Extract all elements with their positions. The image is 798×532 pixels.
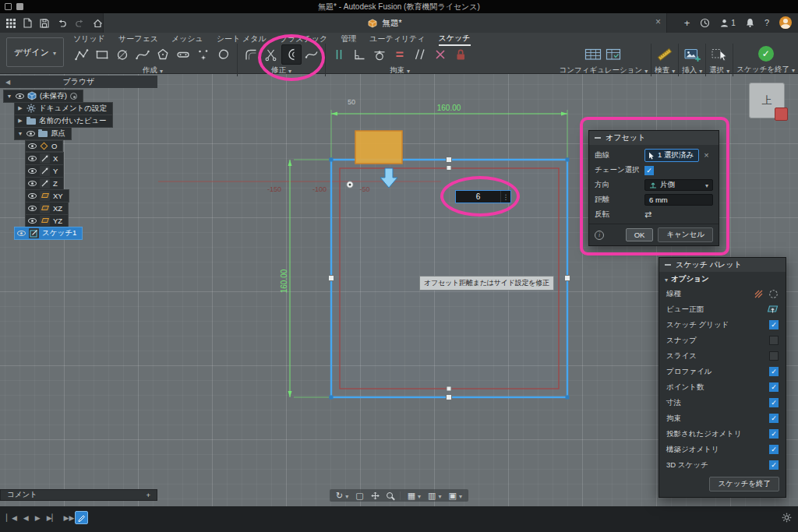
display-settings-icon[interactable] bbox=[408, 491, 415, 501]
perpendicular-constraint-icon[interactable] bbox=[349, 44, 369, 65]
tree-row-xy-plane[interactable]: XY bbox=[3, 189, 157, 202]
tree-row-y-axis[interactable]: Y bbox=[3, 164, 157, 177]
curves-selection-chip[interactable]: 1 選択済み bbox=[644, 149, 699, 162]
look-at-icon[interactable] bbox=[355, 491, 363, 501]
user-avatar[interactable] bbox=[779, 16, 792, 29]
constraints-section-label[interactable]: 拘束 bbox=[390, 65, 410, 75]
viewports-icon[interactable] bbox=[449, 491, 457, 501]
configuration-table-icon[interactable] bbox=[583, 44, 603, 65]
grid-settings-icon[interactable] bbox=[428, 491, 436, 501]
vertical-constraint-icon[interactable] bbox=[329, 44, 349, 65]
offset-dialog-header[interactable]: オフセット bbox=[589, 131, 719, 145]
visibility-eye-icon[interactable] bbox=[28, 218, 37, 224]
finish-sketch-label[interactable]: スケッチを終了 bbox=[736, 65, 795, 74]
polygon-tool-icon[interactable] bbox=[153, 44, 173, 65]
finish-sketch-icon[interactable] bbox=[758, 46, 774, 62]
collapse-icon[interactable] bbox=[665, 264, 671, 266]
parallel-constraint-icon[interactable] bbox=[410, 44, 430, 65]
visibility-eye-icon[interactable] bbox=[28, 206, 37, 211]
step-back-icon[interactable] bbox=[23, 514, 29, 522]
spline-tool-icon[interactable] bbox=[132, 44, 153, 65]
input-options-icon[interactable] bbox=[500, 191, 510, 203]
extend-tool-icon[interactable] bbox=[302, 44, 322, 65]
tab-plastic[interactable]: プラスチック bbox=[280, 33, 327, 44]
orbit-icon[interactable] bbox=[336, 491, 343, 501]
go-to-start-icon[interactable] bbox=[6, 514, 17, 522]
tree-row-named-views[interactable]: 名前の付いたビュー bbox=[3, 115, 157, 127]
sketch-palette-header[interactable]: スケッチ パレット bbox=[659, 258, 786, 272]
timeline-settings-gear[interactable] bbox=[782, 513, 792, 523]
insert-section-label[interactable]: 挿入 bbox=[682, 65, 702, 75]
go-to-end-icon[interactable] bbox=[64, 514, 75, 522]
symmetry-constraint-icon[interactable] bbox=[430, 44, 450, 65]
visibility-eye-icon[interactable] bbox=[16, 93, 24, 99]
cancel-button[interactable]: キャンセル bbox=[658, 227, 713, 242]
linetype-normal-icon[interactable] bbox=[754, 289, 764, 299]
document-tab[interactable]: 無題* bbox=[103, 13, 667, 33]
app-grid-icon[interactable] bbox=[6, 19, 16, 28]
orange-profile-patch[interactable] bbox=[355, 131, 402, 164]
line-tool-icon[interactable] bbox=[72, 44, 92, 65]
insert-image-icon[interactable] bbox=[682, 44, 702, 65]
offset-distance-value[interactable]: 6 bbox=[456, 192, 500, 201]
equal-constraint-icon[interactable] bbox=[390, 44, 410, 65]
chain-selection-checkbox[interactable] bbox=[644, 166, 654, 175]
trim-tool-icon[interactable] bbox=[261, 44, 281, 65]
new-document-icon[interactable] bbox=[23, 18, 32, 28]
zoom-icon[interactable] bbox=[387, 492, 393, 499]
point-tool-icon[interactable] bbox=[193, 44, 214, 65]
look-at-icon[interactable] bbox=[767, 305, 779, 314]
options-section-header[interactable]: オプション bbox=[659, 272, 786, 286]
fix-lock-icon[interactable] bbox=[450, 44, 471, 65]
rectangle-tool-icon[interactable] bbox=[92, 44, 112, 65]
clear-selection-icon[interactable] bbox=[704, 151, 708, 160]
tab-utilities[interactable]: ユーティリティ bbox=[369, 33, 425, 44]
tab-sheetmetal[interactable]: シート メタル bbox=[217, 33, 267, 44]
pan-icon[interactable] bbox=[371, 491, 380, 500]
finish-sketch-button[interactable]: スケッチを終了 bbox=[709, 477, 779, 491]
modify-section-label[interactable]: 修正 bbox=[271, 65, 291, 75]
step-forward-icon[interactable] bbox=[47, 514, 58, 522]
collaboration-icon[interactable]: 1 bbox=[720, 19, 736, 27]
tree-row-x-axis[interactable]: X bbox=[3, 152, 157, 164]
constraints-checkbox[interactable] bbox=[769, 414, 779, 423]
home-icon[interactable] bbox=[93, 19, 103, 28]
select-section-label[interactable]: 選択 bbox=[709, 65, 729, 75]
offset-tool-icon[interactable] bbox=[281, 44, 302, 65]
visibility-eye-icon[interactable] bbox=[28, 168, 37, 174]
expand-icon[interactable] bbox=[17, 105, 23, 111]
visibility-eye-icon[interactable] bbox=[28, 193, 37, 199]
slot-tool-icon[interactable] bbox=[173, 44, 193, 65]
tree-row-origin[interactable]: 原点 bbox=[3, 127, 157, 139]
browser-collapse-icon[interactable] bbox=[5, 79, 10, 86]
visibility-eye-icon[interactable] bbox=[28, 156, 37, 161]
profile-checkbox[interactable] bbox=[769, 367, 779, 376]
new-tab-icon[interactable] bbox=[684, 18, 690, 28]
history-icon[interactable] bbox=[700, 18, 710, 28]
play-icon[interactable] bbox=[35, 514, 41, 522]
tab-mesh[interactable]: メッシュ bbox=[171, 33, 203, 44]
redo-icon[interactable] bbox=[75, 18, 85, 28]
info-icon[interactable] bbox=[595, 231, 604, 240]
inspect-section-label[interactable]: 検査 bbox=[655, 65, 675, 75]
create-section-label[interactable]: 作成 bbox=[143, 65, 163, 75]
projected-geometry-checkbox[interactable] bbox=[769, 429, 779, 439]
save-icon[interactable] bbox=[40, 19, 49, 28]
browser-panel-header[interactable]: ブラウザ bbox=[0, 76, 157, 88]
timeline-sketch-feature[interactable] bbox=[75, 511, 88, 524]
viewcube-front-face[interactable] bbox=[775, 107, 788, 121]
visibility-eye-icon[interactable] bbox=[28, 143, 37, 149]
height-dimension[interactable] bbox=[290, 160, 329, 397]
tree-row-sketch1[interactable]: スケッチ1 bbox=[3, 227, 157, 239]
direction-dropdown[interactable]: 片側 bbox=[644, 179, 713, 191]
circle-tool-icon[interactable] bbox=[112, 44, 132, 65]
visibility-eye-icon[interactable] bbox=[26, 131, 35, 136]
notifications-bell-icon[interactable] bbox=[746, 18, 754, 27]
profile-tool-icon[interactable] bbox=[214, 44, 234, 65]
tangent-constraint-icon[interactable] bbox=[369, 44, 390, 65]
comment-bar[interactable]: コメント + bbox=[0, 489, 157, 501]
flip-icon[interactable] bbox=[644, 210, 651, 220]
tree-row-yz-plane[interactable]: YZ bbox=[3, 214, 157, 227]
construction-geometry-checkbox[interactable] bbox=[769, 445, 779, 454]
fillet-tool-icon[interactable] bbox=[241, 44, 261, 65]
